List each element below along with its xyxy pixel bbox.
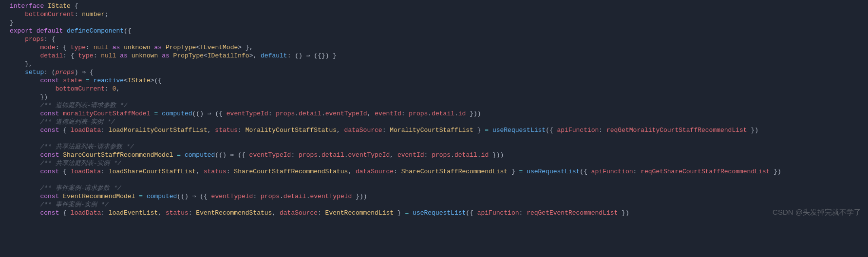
code-line: /** 事件案例-请求参数 */ <box>0 184 868 192</box>
code-line: /** 共享法庭列表-请求参数 */ <box>0 143 868 151</box>
code-line: const EventRecommendModel = computed(() … <box>0 192 868 201</box>
code-line: const { loadData: loadMoralityCourtStaff… <box>0 126 868 134</box>
code-line: const { loadData: loadShareCourtStaffLis… <box>0 167 868 176</box>
code-line: const ShareCourtStaffRecommendModel = co… <box>0 151 868 159</box>
watermark-text: CSDN @头发掉完就不学了 <box>773 208 861 216</box>
code-line: mode: { type: null as unknown as PropTyp… <box>0 43 868 52</box>
code-line: setup: (props) ⇒ { <box>0 68 868 76</box>
code-line <box>0 176 868 184</box>
code-line: detail: { type: null as unknown as PropT… <box>0 52 868 60</box>
code-line: }, <box>0 60 868 68</box>
code-line: /** 共享法庭列表-实例 */ <box>0 159 868 167</box>
code-line <box>0 134 868 143</box>
code-line: bottomCurrent: 0, <box>0 85 868 93</box>
code-line: const { loadData: loadEventList, status:… <box>0 209 868 217</box>
code-line: const moralityCourtStaffModel = computed… <box>0 110 868 118</box>
code-line: /** 道德庭列表-请求参数 */ <box>0 101 868 110</box>
code-line: bottomCurrent: number; <box>0 10 868 18</box>
code-editor[interactable]: interface IState { bottomCurrent: number… <box>0 2 868 217</box>
code-line: /** 道德庭列表-实例 */ <box>0 118 868 126</box>
code-line: /** 事件案例-实例 */ <box>0 201 868 209</box>
code-line: const state = reactive<IState>({ <box>0 76 868 85</box>
code-line: }) <box>0 93 868 101</box>
code-line: export default defineComponent({ <box>0 27 868 35</box>
code-line: } <box>0 18 868 27</box>
code-line: props: { <box>0 35 868 43</box>
code-line: interface IState { <box>0 2 868 10</box>
